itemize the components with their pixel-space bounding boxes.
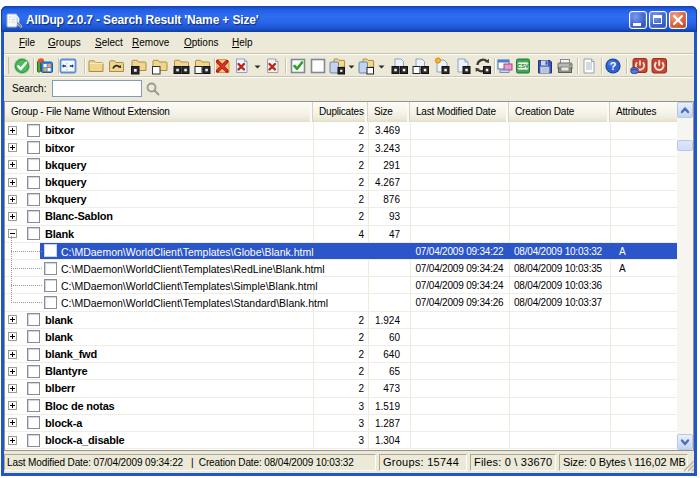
svg-text:?: ? (610, 60, 617, 72)
svg-text:CSV: CSV (517, 63, 529, 69)
